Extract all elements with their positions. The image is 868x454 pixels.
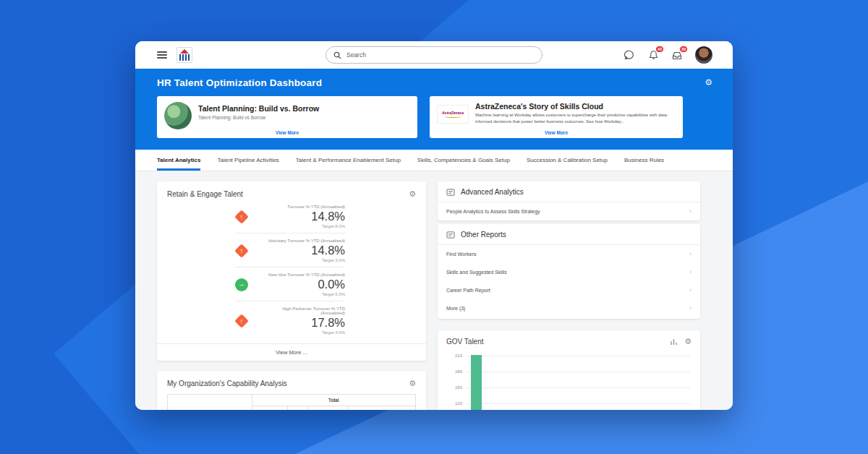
announcement-subtitle: Talent Planning: Build vs Borrow <box>198 115 319 120</box>
kpi-label: High Performer Turnover % YTD (Annualize… <box>258 307 345 315</box>
announcement-card[interactable]: AstraZeneca AstraZeneca's Story of Skill… <box>430 96 683 138</box>
gridline <box>467 403 690 404</box>
announcement-card[interactable]: Talent Planning: Build vs. Borrow Talent… <box>157 96 417 138</box>
search-icon <box>333 51 341 59</box>
kpi-list: ↑ Turnover % YTD (Annualized) 14.8% Targ… <box>235 200 345 339</box>
kpi-value: 0.0% <box>259 278 345 291</box>
kpi-target: Target 3.0% <box>258 258 345 262</box>
right-column: Advanced Analytics People Analytics to A… <box>438 181 700 410</box>
card-title: Retain & Engage Talent <box>167 190 243 198</box>
column-header: Average of % Workers Below <box>349 406 416 411</box>
chevron-right-icon: › <box>689 269 692 275</box>
notifications-button[interactable]: 43 <box>647 49 659 61</box>
kpi-row: → New Hire Turnover % YTD (Annualized) 0… <box>235 267 345 301</box>
report-link-label: Find Workers <box>446 252 477 257</box>
card-title: My Organization's Capability Analysis <box>167 380 287 387</box>
tab-talent-pipeline-activities[interactable]: Talent Pipeline Activities <box>217 150 278 171</box>
kpi-target: Target 4.0% <box>258 330 345 335</box>
view-more-link[interactable]: View More <box>430 130 683 135</box>
search-input[interactable] <box>346 51 535 59</box>
column-header-competency: Competency <box>168 395 252 411</box>
top-bar: 43 39 <box>135 41 733 69</box>
chat-button[interactable] <box>624 49 635 61</box>
report-icon <box>446 189 455 196</box>
card-settings-gear-icon[interactable]: ⚙ <box>684 338 692 346</box>
retain-engage-card: Retain & Engage Talent ⚙ ↑ Turnover % YT… <box>157 181 426 361</box>
tab-skills-competencies-goals-setup[interactable]: Skills, Competencies & Goals Setup <box>417 150 510 171</box>
card-title: GOV Talent <box>446 338 484 346</box>
kpi-label: Turnover % YTD (Annualized) <box>258 205 345 209</box>
announcement-title: AstraZeneca's Story of Skills Cloud <box>475 102 676 111</box>
gov-talent-card: GOV Talent ⚙ 210 180 150 120 90 <box>438 330 700 410</box>
chevron-right-icon: › <box>689 208 692 215</box>
kpi-label: New Hire Turnover % YTD (Annualized) <box>259 273 345 277</box>
astrazeneca-logo: AstraZeneca <box>437 105 469 124</box>
org-logo-roof <box>180 49 189 53</box>
kpi-value: 17.8% <box>258 316 345 330</box>
y-axis-label: 180 <box>446 369 462 374</box>
report-link-label: More (3) <box>446 306 465 311</box>
chart-config-icon[interactable] <box>670 338 678 346</box>
tab-bar: Talent Analytics Talent Pipeline Activit… <box>135 150 733 171</box>
global-search[interactable] <box>326 46 542 64</box>
inbox-button[interactable]: 39 <box>671 49 683 61</box>
kpi-row: ↑ Turnover % YTD (Annualized) 14.8% Targ… <box>235 200 345 234</box>
kpi-row: ↑ High Performer Turnover % YTD (Annuali… <box>235 301 345 339</box>
page-title: HR Talent Optimization Dashboard <box>157 77 322 88</box>
org-logo-base <box>179 54 190 61</box>
card-title: Advanced Analytics <box>461 188 524 196</box>
org-logo[interactable] <box>176 47 192 63</box>
report-link[interactable]: More (3) › <box>446 299 692 317</box>
advanced-analytics-card: Advanced Analytics People Analytics to A… <box>438 181 700 220</box>
report-link[interactable]: Skills and Suggested Skills › <box>446 263 692 281</box>
dashboard-header: HR Talent Optimization Dashboard ⚙ Talen… <box>135 69 733 150</box>
astrazeneca-logo-swoosh <box>444 115 461 118</box>
card-settings-gear-icon[interactable]: ⚙ <box>409 190 416 198</box>
chevron-right-icon: › <box>689 251 692 257</box>
chevron-right-icon: › <box>689 287 692 294</box>
up-arrow-diamond-icon: ↑ <box>234 244 249 258</box>
chevron-right-icon: › <box>689 305 692 312</box>
card-settings-gear-icon[interactable]: ⚙ <box>409 380 416 387</box>
column-header: Total Workers <box>252 406 288 411</box>
capability-analysis-card: My Organization's Capability Analysis ⚙ … <box>157 371 426 410</box>
y-axis-label: 120 <box>446 401 462 406</box>
column-header: Target <box>288 406 308 411</box>
kpi-label: Voluntary Turnover % YTD (Annualized) <box>258 239 345 243</box>
dashboard-settings-gear-icon[interactable]: ⚙ <box>705 78 712 87</box>
report-link[interactable]: People Analytics to Assess Skills Strate… <box>446 202 692 220</box>
tab-talent-analytics[interactable]: Talent Analytics <box>157 150 200 171</box>
inbox-badge: 39 <box>679 46 688 53</box>
up-arrow-diamond-icon: ↑ <box>234 210 249 224</box>
notifications-badge: 43 <box>655 46 664 53</box>
kpi-value: 14.8% <box>258 210 345 223</box>
announcement-body: Machine learning at Workday allows custo… <box>475 112 676 124</box>
announcement-title: Talent Planning: Build vs. Borrow <box>198 104 319 113</box>
kpi-row: ↑ Voluntary Turnover % YTD (Annualized) … <box>235 234 345 267</box>
report-link-label: People Analytics to Assess Skills Strate… <box>446 209 540 214</box>
view-more-link[interactable]: View More <box>157 130 417 135</box>
right-arrow-circle-icon: → <box>235 278 248 291</box>
kpi-target: Target 8.0% <box>258 224 345 228</box>
gridline <box>467 356 690 356</box>
gov-talent-bar <box>471 355 482 410</box>
tab-talent-performance-enablement-setup[interactable]: Talent & Performance Enablement Setup <box>296 150 401 171</box>
kpi-value: 14.8% <box>258 244 345 257</box>
tab-business-rules[interactable]: Business Rules <box>624 150 664 171</box>
chat-icon <box>624 50 634 60</box>
tab-succession-calibration-setup[interactable]: Succession & Calibration Setup <box>527 150 608 171</box>
topbar-actions: 43 39 <box>624 46 712 64</box>
dashboard-content: Retain & Engage Talent ⚙ ↑ Turnover % YT… <box>135 171 733 410</box>
app-window: 43 39 HR Talent Optimization Dashboard ⚙… <box>135 41 733 410</box>
y-axis-label: 210 <box>446 354 462 358</box>
report-link[interactable]: Career Path Report › <box>446 281 692 299</box>
view-more-footer-link[interactable]: View More ... <box>157 343 426 361</box>
menu-button[interactable] <box>157 49 167 60</box>
announcements: Talent Planning: Build vs. Borrow Talent… <box>157 96 712 138</box>
group-header-total: Total <box>252 395 415 406</box>
profile-avatar[interactable] <box>695 46 712 64</box>
report-link-label: Skills and Suggested Skills <box>446 270 507 275</box>
report-link[interactable]: Find Workers › <box>446 245 692 263</box>
gridline <box>467 372 690 372</box>
kpi-target: Target 5.0% <box>259 292 345 296</box>
